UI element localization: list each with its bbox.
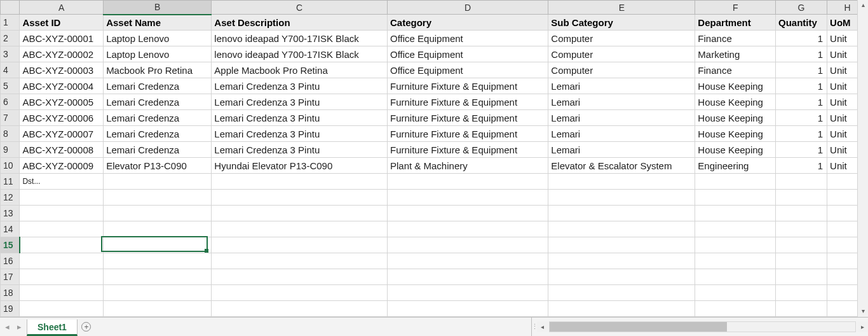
hscroll-track[interactable] <box>549 321 856 332</box>
col-header-C[interactable]: C <box>212 1 388 15</box>
cell[interactable] <box>212 221 388 237</box>
tab-next-icon[interactable]: ▸ <box>17 322 22 332</box>
scroll-down-button[interactable]: ▾ <box>858 306 868 317</box>
cell[interactable] <box>776 253 827 269</box>
cell[interactable]: ABC-XYZ-00002 <box>20 46 104 62</box>
cell[interactable]: 1 <box>776 78 827 94</box>
cell[interactable] <box>776 174 827 190</box>
cell[interactable] <box>212 269 388 285</box>
cell[interactable]: ABC-XYZ-00008 <box>20 142 104 158</box>
cell[interactable] <box>776 269 827 285</box>
row-header-17[interactable]: 17 <box>1 269 20 285</box>
cell[interactable]: Dst... <box>20 174 104 190</box>
cell[interactable] <box>776 206 827 221</box>
horizontal-scrollbar[interactable]: ⋮ ◂ ▸ <box>531 318 868 336</box>
cell[interactable] <box>388 174 548 190</box>
cell[interactable]: Furniture Fixture & Equipment <box>388 78 548 94</box>
cell[interactable]: Lemari Credenza 3 Pintu <box>212 78 388 94</box>
cell[interactable]: ABC-XYZ-00004 <box>20 78 104 94</box>
cell[interactable] <box>20 301 104 317</box>
row-header-18[interactable]: 18 <box>1 285 20 301</box>
cell[interactable] <box>212 237 388 253</box>
row-header-11[interactable]: 11 <box>1 174 20 190</box>
cell[interactable]: Computer <box>548 62 695 78</box>
cell[interactable] <box>548 285 695 301</box>
splitter-handle[interactable]: ⋮ <box>532 318 537 336</box>
cell[interactable] <box>212 253 388 269</box>
row-header-16[interactable]: 16 <box>1 253 20 269</box>
cell[interactable] <box>20 237 104 253</box>
cell[interactable] <box>548 269 695 285</box>
col-header-F[interactable]: F <box>695 1 776 15</box>
cell[interactable] <box>548 221 695 237</box>
cell[interactable]: House Keeping <box>695 142 776 158</box>
cell[interactable]: ABC-XYZ-00007 <box>20 126 104 142</box>
cell[interactable]: Lemari Credenza <box>104 126 212 142</box>
cell[interactable] <box>695 285 776 301</box>
row-header-10[interactable]: 10 <box>1 158 20 174</box>
row-header-8[interactable]: 8 <box>1 126 20 142</box>
select-all-corner[interactable] <box>1 1 20 15</box>
cell[interactable]: Lemari <box>548 94 695 110</box>
cell[interactable] <box>20 269 104 285</box>
cell[interactable] <box>776 301 827 317</box>
cell[interactable]: House Keeping <box>695 110 776 126</box>
cell[interactable]: Lemari Credenza <box>104 110 212 126</box>
cell[interactable]: Lemari Credenza <box>104 78 212 94</box>
cell[interactable]: Lemari <box>548 126 695 142</box>
header-cell[interactable]: Asset Name <box>104 15 212 31</box>
cell[interactable] <box>695 190 776 206</box>
cell[interactable] <box>548 253 695 269</box>
cell[interactable] <box>695 206 776 221</box>
cell[interactable] <box>695 253 776 269</box>
row-header-14[interactable]: 14 <box>1 221 20 237</box>
add-sheet-button[interactable]: + <box>78 318 95 336</box>
cell[interactable]: Office Equipment <box>388 46 548 62</box>
sheet-tab-active[interactable]: Sheet1 <box>27 319 78 336</box>
cell[interactable]: Hyundai Elevator P13-C090 <box>212 158 388 174</box>
cell[interactable] <box>388 253 548 269</box>
cell[interactable]: Lemari Credenza 3 Pintu <box>212 142 388 158</box>
header-cell[interactable]: Category <box>388 15 548 31</box>
cell[interactable]: House Keeping <box>695 126 776 142</box>
tab-prev-icon[interactable]: ◂ <box>5 322 10 332</box>
cell[interactable]: Macbook Pro Retina <box>104 62 212 78</box>
cell[interactable]: Marketing <box>695 46 776 62</box>
cell[interactable] <box>104 269 212 285</box>
cell[interactable] <box>695 237 776 253</box>
cell[interactable]: 1 <box>776 94 827 110</box>
cell[interactable]: ABC-XYZ-00005 <box>20 94 104 110</box>
header-cell[interactable]: Asset ID <box>20 15 104 31</box>
cell[interactable] <box>104 301 212 317</box>
col-header-D[interactable]: D <box>388 1 548 15</box>
cell[interactable]: Lemari <box>548 110 695 126</box>
cell[interactable] <box>548 301 695 317</box>
cell[interactable] <box>212 285 388 301</box>
cell[interactable]: Laptop Lenovo <box>104 46 212 62</box>
row-header-5[interactable]: 5 <box>1 78 20 94</box>
vertical-scrollbar[interactable]: ▴ ▾ <box>857 0 868 317</box>
cell[interactable] <box>20 190 104 206</box>
row-header-7[interactable]: 7 <box>1 110 20 126</box>
cell[interactable] <box>388 301 548 317</box>
hscroll-thumb[interactable] <box>550 322 727 332</box>
cell[interactable] <box>695 174 776 190</box>
cell[interactable]: ABC-XYZ-00001 <box>20 31 104 46</box>
row-header-19[interactable]: 19 <box>1 301 20 317</box>
col-header-G[interactable]: G <box>776 1 827 15</box>
cell[interactable]: Finance <box>695 31 776 46</box>
cell[interactable]: House Keeping <box>695 78 776 94</box>
row-header-13[interactable]: 13 <box>1 206 20 221</box>
row-header-6[interactable]: 6 <box>1 94 20 110</box>
cell[interactable] <box>695 221 776 237</box>
row-header-1[interactable]: 1 <box>1 15 20 31</box>
scroll-up-button[interactable]: ▴ <box>858 0 868 11</box>
cell[interactable]: Laptop Lenovo <box>104 31 212 46</box>
cell[interactable] <box>212 301 388 317</box>
cell[interactable]: Lemari Credenza <box>104 142 212 158</box>
cell[interactable] <box>104 253 212 269</box>
cell[interactable] <box>388 221 548 237</box>
cell[interactable]: Finance <box>695 62 776 78</box>
row-header-15[interactable]: 15 <box>1 237 20 253</box>
cell[interactable] <box>20 206 104 221</box>
